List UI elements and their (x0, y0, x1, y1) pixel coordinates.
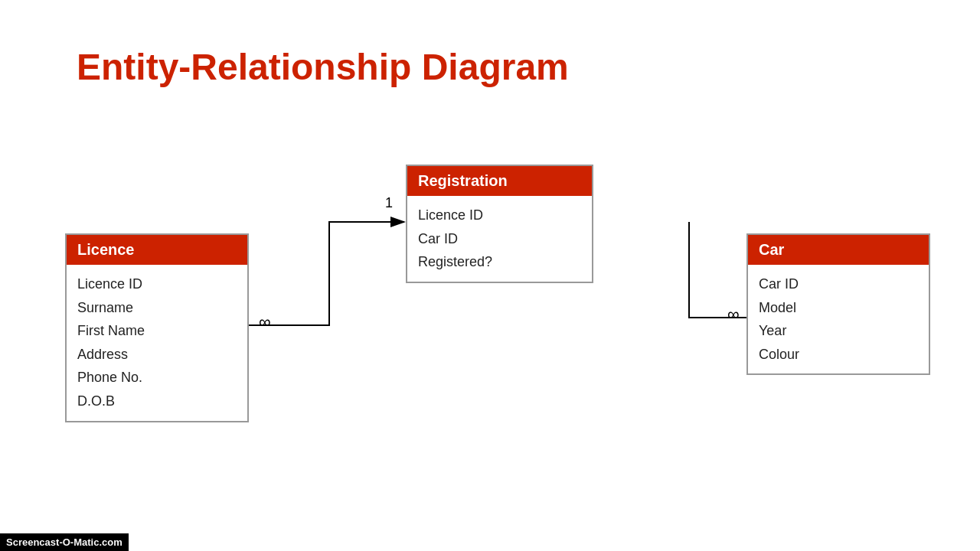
licence-entity: Licence Licence ID Surname First Name Ad… (65, 233, 249, 422)
registration-entity-body: Licence ID Car ID Registered? (407, 196, 592, 282)
cardinality-licence-infinity: ∞ (259, 312, 271, 332)
watermark: Screencast-O-Matic.com (0, 533, 129, 551)
registration-field-2: Car ID (418, 227, 581, 251)
licence-field-2: Surname (77, 296, 237, 320)
licence-entity-header: Licence (67, 235, 247, 265)
car-field-3: Year (759, 319, 918, 343)
registration-field-1: Licence ID (418, 204, 581, 227)
licence-field-1: Licence ID (77, 272, 237, 296)
cardinality-registration-one: 1 (385, 195, 393, 211)
car-entity-header: Car (748, 235, 929, 265)
licence-field-5: Phone No. (77, 366, 237, 390)
licence-field-4: Address (77, 343, 237, 367)
registration-entity-header: Registration (407, 166, 592, 196)
car-entity: Car Car ID Model Year Colour (746, 233, 930, 375)
page-title: Entity-Relationship Diagram (77, 46, 569, 88)
car-field-4: Colour (759, 343, 918, 367)
registration-field-3: Registered? (418, 250, 581, 274)
licence-field-6: D.O.B (77, 390, 237, 413)
cardinality-car-infinity: ∞ (727, 305, 740, 324)
licence-field-3: First Name (77, 319, 237, 343)
car-field-2: Model (759, 296, 918, 320)
licence-entity-body: Licence ID Surname First Name Address Ph… (67, 265, 247, 421)
car-field-1: Car ID (759, 272, 918, 296)
registration-entity: Registration Licence ID Car ID Registere… (406, 165, 593, 283)
car-entity-body: Car ID Model Year Colour (748, 265, 929, 373)
